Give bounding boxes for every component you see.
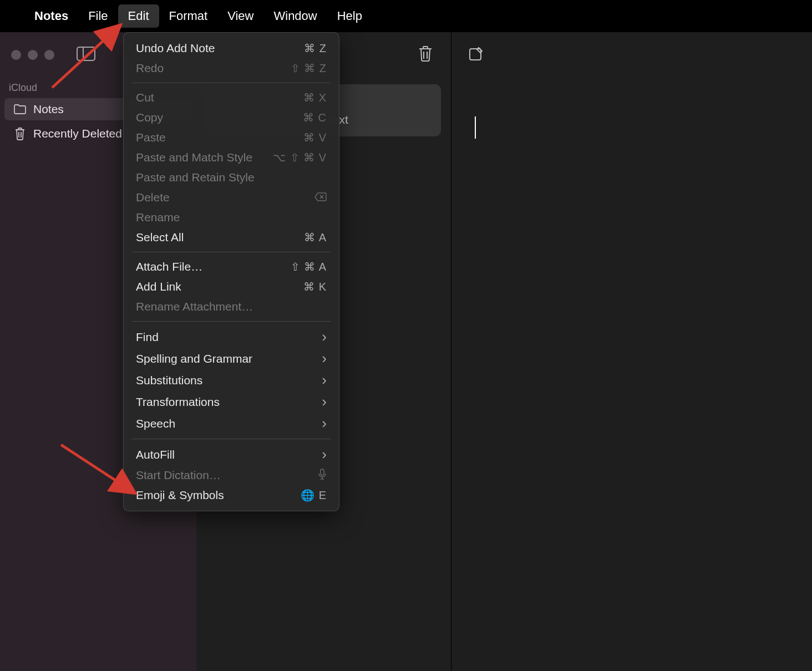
menubar-item-format[interactable]: Format: [159, 4, 218, 28]
menu-item-label: Emoji & Symbols: [136, 489, 224, 502]
menu-item-label: Spelling and Grammar: [136, 352, 252, 365]
menu-item-label: Paste and Match Style: [136, 151, 252, 164]
menu-item-paste-and-retain-style: Paste and Retain Style: [124, 167, 339, 187]
menu-item-transformations[interactable]: Transformations›: [124, 391, 339, 413]
chevron-right-icon: ›: [322, 393, 327, 410]
app-window: iCloud Notes Recently Deleted: [0, 32, 812, 671]
menu-item-label: Substitutions: [136, 374, 202, 387]
menu-item-copy: Copy⌘ C: [124, 108, 339, 128]
menubar-item-help[interactable]: Help: [327, 4, 372, 28]
annotation-arrow-bottom: [55, 439, 144, 500]
menu-item-shortcut: ⌘ K: [303, 280, 327, 293]
menu-item-shortcut: ⇧ ⌘ Z: [291, 62, 327, 75]
menu-item-spelling-and-grammar[interactable]: Spelling and Grammar›: [124, 348, 339, 369]
menubar-item-view[interactable]: View: [217, 4, 263, 28]
menu-item-label: Rename: [136, 211, 180, 224]
menubar-item-window[interactable]: Window: [263, 4, 327, 28]
menu-separator: [131, 252, 331, 252]
new-note-icon[interactable]: [468, 46, 484, 64]
menu-item-label: Undo Add Note: [136, 42, 215, 55]
menu-item-shortcut: ⇧ ⌘ A: [291, 260, 327, 273]
note-editor[interactable]: [451, 32, 812, 671]
sidebar-item-label: Recently Deleted: [33, 127, 122, 140]
menu-item-paste-and-match-style: Paste and Match Style⌥ ⇧ ⌘ V: [124, 148, 339, 167]
trash-icon: [13, 127, 27, 140]
chevron-right-icon: ›: [322, 350, 327, 367]
delete-note-icon[interactable]: [418, 45, 433, 65]
menu-item-label: Redo: [136, 62, 164, 75]
annotation-arrow-top: [47, 21, 130, 93]
folder-icon: [13, 103, 27, 116]
menu-separator: [131, 321, 331, 322]
text-cursor: [475, 116, 476, 139]
menu-item-rename: Rename: [124, 207, 339, 227]
menu-item-substitutions[interactable]: Substitutions›: [124, 369, 339, 391]
menu-item-label: Rename Attachment…: [136, 300, 253, 313]
menu-item-select-all[interactable]: Select All⌘ A: [124, 227, 339, 247]
menu-item-add-link[interactable]: Add Link⌘ K: [124, 277, 339, 297]
editor-toolbar: [451, 32, 812, 78]
menu-item-label: Paste and Retain Style: [136, 171, 255, 184]
menu-item-shortcut: [314, 191, 327, 204]
menu-item-shortcut: ⌘ Z: [304, 42, 327, 55]
edit-menu-dropdown: Undo Add Note⌘ ZRedo⇧ ⌘ ZCut⌘ XCopy⌘ CPa…: [123, 32, 339, 511]
menu-separator: [131, 83, 331, 83]
menu-item-start-dictation: Start Dictation…: [124, 465, 339, 485]
menu-item-label: Select All: [136, 231, 184, 244]
menu-item-label: Paste: [136, 131, 166, 144]
menu-item-cut: Cut⌘ X: [124, 88, 339, 108]
menu-item-undo-add-note[interactable]: Undo Add Note⌘ Z: [124, 38, 339, 58]
menu-item-find[interactable]: Find›: [124, 326, 339, 348]
minimize-window-button[interactable]: [28, 50, 38, 60]
menu-item-label: Start Dictation…: [136, 469, 221, 482]
menu-item-attach-file[interactable]: Attach File…⇧ ⌘ A: [124, 257, 339, 277]
menu-separator: [131, 439, 331, 439]
menu-item-label: Add Link: [136, 280, 181, 293]
svg-rect-3: [321, 469, 324, 475]
chevron-right-icon: ›: [322, 328, 327, 345]
menu-item-label: Delete: [136, 191, 170, 204]
menu-item-redo: Redo⇧ ⌘ Z: [124, 58, 339, 78]
chevron-right-icon: ›: [322, 372, 327, 389]
svg-rect-2: [470, 49, 481, 60]
menu-item-label: Attach File…: [136, 260, 202, 273]
menu-item-shortcut: ⌘ C: [303, 111, 327, 124]
menu-item-label: Copy: [136, 111, 163, 124]
menu-item-label: Cut: [136, 91, 154, 104]
menu-item-shortcut: ⌘ X: [303, 91, 327, 104]
menu-item-shortcut: ⌥ ⇧ ⌘ V: [273, 151, 327, 164]
sidebar-item-label: Notes: [33, 103, 64, 116]
menu-item-shortcut: ⌘ A: [304, 231, 327, 244]
menu-item-label: Find: [136, 331, 159, 344]
menu-item-autofill[interactable]: AutoFill›: [124, 444, 339, 465]
menu-item-label: Transformations: [136, 395, 220, 409]
menu-item-paste: Paste⌘ V: [124, 128, 339, 148]
menu-item-speech[interactable]: Speech›: [124, 413, 339, 434]
svg-line-5: [61, 445, 133, 492]
menu-item-label: Speech: [136, 417, 175, 430]
close-window-button[interactable]: [11, 50, 21, 60]
menu-item-shortcut: 🌐 E: [301, 489, 327, 502]
menu-item-rename-attachment: Rename Attachment…: [124, 297, 339, 317]
chevron-right-icon: ›: [322, 446, 327, 463]
menu-item-shortcut: [318, 469, 327, 482]
svg-line-4: [52, 27, 119, 88]
menu-item-delete: Delete: [124, 187, 339, 207]
menu-item-emoji-symbols[interactable]: Emoji & Symbols🌐 E: [124, 485, 339, 505]
chevron-right-icon: ›: [322, 415, 327, 432]
menu-item-shortcut: ⌘ V: [303, 131, 327, 144]
